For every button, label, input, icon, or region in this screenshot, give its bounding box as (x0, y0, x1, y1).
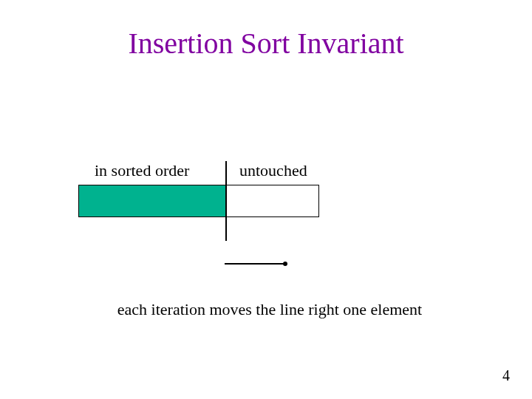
partition-divider (225, 161, 227, 241)
label-untouched: untouched (239, 161, 307, 180)
arrow-right-icon (225, 259, 291, 269)
slide-title: Insertion Sort Invariant (0, 26, 532, 61)
caption: each iteration moves the line right one … (0, 300, 532, 319)
svg-point-1 (283, 262, 287, 266)
page-number: 4 (502, 367, 510, 384)
slide: Insertion Sort Invariant in sorted order… (0, 0, 532, 399)
sorted-region (79, 185, 225, 216)
label-sorted: in sorted order (95, 161, 189, 180)
